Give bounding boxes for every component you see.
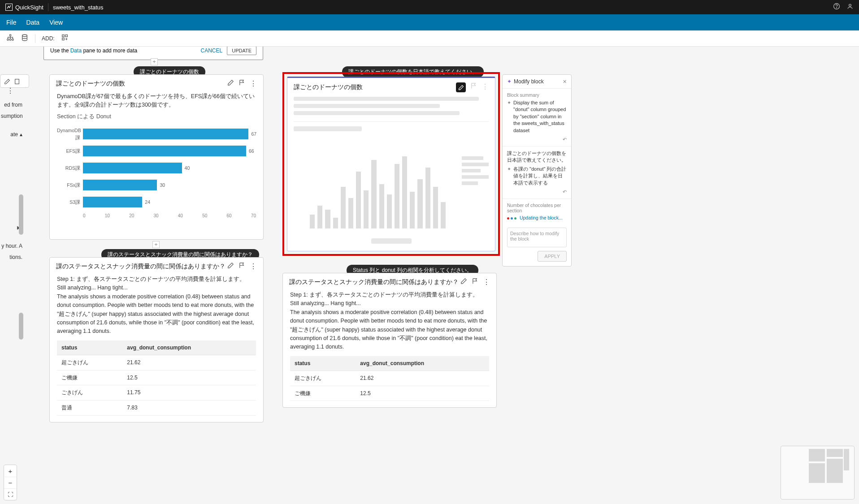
sparkle-icon: ✦ bbox=[507, 78, 512, 85]
loading-legend-skeleton bbox=[462, 156, 489, 188]
add-handle-icon[interactable]: + bbox=[151, 58, 158, 65]
apply-button[interactable]: APPLY bbox=[538, 251, 567, 262]
user-icon[interactable] bbox=[846, 3, 854, 12]
more-icon[interactable]: ⋮ bbox=[482, 82, 489, 92]
svg-point-5 bbox=[9, 39, 11, 40]
bar-chart: DynamoDB課67EFS課66RDS課40FSx課30S3課24 bbox=[57, 125, 256, 211]
modify-block-panel: ✦Modify block ✕ Block summary ✦Display t… bbox=[502, 74, 572, 267]
table-row: ごきげん11.75 bbox=[57, 385, 256, 401]
modify-input[interactable]: Describe how to modify the block bbox=[507, 228, 567, 247]
more-icon[interactable]: ⋮ bbox=[7, 86, 14, 95]
fullscreen-button[interactable]: ⛶ bbox=[4, 488, 17, 500]
add-handle-icon[interactable]: + bbox=[152, 241, 160, 248]
brand-name: QuickSight bbox=[15, 4, 43, 11]
document-title: sweets_with_status bbox=[53, 4, 104, 11]
table-row: 普通7.83 bbox=[57, 401, 256, 416]
block-donut-count[interactable]: 課ごとのドーナツの個数 ⋮ DynamoDB課が67個で最も多くのドーナツを持ち… bbox=[49, 74, 264, 240]
menu-view[interactable]: View bbox=[49, 19, 63, 26]
minimap[interactable] bbox=[781, 446, 855, 500]
skeleton bbox=[371, 238, 412, 244]
close-icon[interactable]: ✕ bbox=[563, 79, 567, 85]
more-icon[interactable]: ⋮ bbox=[250, 262, 257, 271]
flag-icon[interactable] bbox=[239, 79, 245, 88]
update-button[interactable]: UPDATE bbox=[227, 47, 256, 55]
table-row: 超ごきげん21.62 bbox=[290, 371, 489, 386]
edit-icon[interactable] bbox=[456, 82, 466, 92]
sparkle-icon: ✦ bbox=[507, 99, 511, 134]
table-row: 超ごきげん21.62 bbox=[57, 355, 256, 370]
flag-icon[interactable] bbox=[239, 262, 245, 271]
block-loading[interactable]: 課ごとのドーナツの個数 ⋮ bbox=[287, 77, 495, 251]
block-status-analysis-left[interactable]: 課のステータスとスナック消費量の間に関係はありますか？ ⋮ Step 1: まず… bbox=[49, 257, 264, 422]
flag-icon[interactable] bbox=[470, 82, 477, 92]
data-link[interactable]: Data bbox=[70, 47, 82, 54]
svg-point-7 bbox=[22, 34, 27, 37]
add-label: ADD: bbox=[42, 35, 55, 42]
zoom-controls: + − ⛶ bbox=[4, 465, 17, 500]
chart-title: Section による Donut bbox=[57, 110, 256, 125]
edit-icon[interactable] bbox=[4, 78, 10, 86]
chevron-up-icon[interactable]: ▴ bbox=[20, 131, 22, 138]
page-icon[interactable] bbox=[14, 78, 20, 86]
status-table: statusavg_donut_consumption 超ごきげん21.62ご機… bbox=[290, 356, 489, 401]
menu-data[interactable]: Data bbox=[26, 19, 40, 26]
svg-rect-8 bbox=[62, 34, 64, 37]
left-scrollbar-2[interactable] bbox=[18, 297, 24, 360]
svg-point-4 bbox=[7, 39, 9, 40]
tool-row: ADD: bbox=[0, 30, 859, 47]
flag-icon[interactable] bbox=[472, 278, 478, 286]
block-title: 課ごとのドーナツの個数 bbox=[56, 80, 125, 88]
undo-icon[interactable]: ↶ bbox=[507, 135, 567, 142]
edit-icon[interactable] bbox=[227, 262, 234, 271]
highlighted-loading-block: 課ごとのドーナツの個数 ⋮ bbox=[282, 72, 500, 256]
add-block-icon[interactable] bbox=[61, 34, 69, 43]
hierarchy-icon[interactable] bbox=[6, 34, 14, 43]
table-row: ご機嫌12.5 bbox=[57, 370, 256, 385]
block-summary: DynamoDB課が67個で最も多くのドーナツを持ち、EFS課が66個で続いてい… bbox=[57, 92, 256, 110]
svg-point-6 bbox=[12, 39, 14, 40]
undo-icon[interactable]: ↶ bbox=[507, 187, 567, 195]
table-row: ご機嫌12.5 bbox=[290, 386, 489, 401]
svg-rect-11 bbox=[15, 79, 19, 84]
quicksight-logo[interactable]: QuickSight bbox=[5, 4, 43, 11]
menu-file[interactable]: File bbox=[6, 19, 17, 26]
status-table: statusavg_donut_consumption 超ごきげん21.62ご機… bbox=[57, 340, 256, 416]
more-icon[interactable]: ⋮ bbox=[483, 278, 490, 286]
loading-chart-skeleton bbox=[310, 152, 446, 228]
edit-icon[interactable] bbox=[227, 79, 234, 88]
chart-x-axis: 010203040506070 bbox=[83, 211, 256, 220]
block-title: 課のステータスとスナック消費量の間に関係はありますか？ bbox=[289, 278, 459, 286]
svg-rect-10 bbox=[65, 34, 68, 37]
cancel-button[interactable]: CANCEL bbox=[201, 47, 223, 54]
zoom-out-button[interactable]: − bbox=[4, 477, 17, 488]
block-status-analysis-right[interactable]: 課のステータスとスナック消費量の間に関係はありますか？ ⋮ Step 1: まず… bbox=[282, 273, 497, 408]
svg-point-1 bbox=[837, 8, 837, 8]
more-icon[interactable]: ⋮ bbox=[250, 79, 257, 88]
divider bbox=[35, 34, 35, 43]
zoom-in-button[interactable]: + bbox=[4, 465, 17, 477]
edit-icon[interactable] bbox=[460, 278, 467, 286]
block-title: 課ごとのドーナツの個数 bbox=[294, 83, 363, 91]
divider bbox=[48, 3, 48, 11]
svg-point-2 bbox=[849, 4, 851, 6]
canvas[interactable]: Use the Data pane to add more data CANCE… bbox=[0, 47, 859, 504]
menu-bar: File Data View bbox=[0, 14, 859, 30]
loading-dots-icon bbox=[507, 217, 516, 220]
left-card-fragment: ⋮ bbox=[0, 74, 29, 88]
svg-rect-9 bbox=[62, 38, 64, 40]
database-icon[interactable] bbox=[21, 34, 29, 43]
svg-point-3 bbox=[9, 34, 11, 36]
block-title: 課のステータスとスナック消費量の間に関係はありますか？ bbox=[56, 263, 226, 271]
sparkle-icon: ✦ bbox=[507, 166, 511, 186]
help-icon[interactable] bbox=[833, 3, 840, 12]
left-scrollbar[interactable] bbox=[18, 190, 24, 280]
